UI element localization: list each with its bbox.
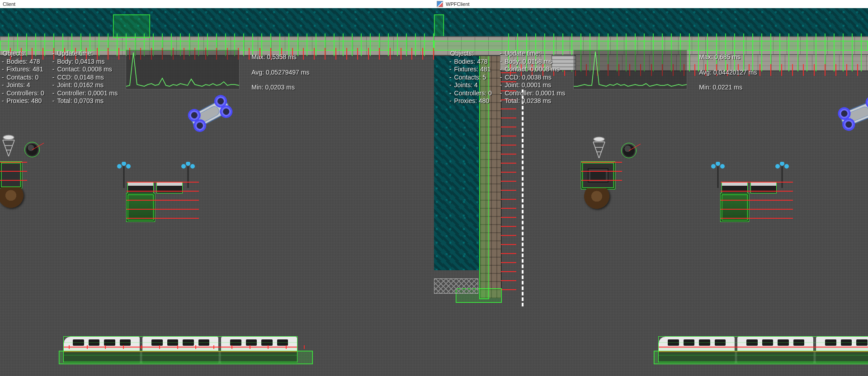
update-header: Update time:	[52, 50, 118, 58]
perf-max-r: Max: 0,685 ms	[699, 50, 757, 65]
contact-time-r: Contact: 0,0008 ms	[500, 66, 565, 74]
lamp-post-right-b	[775, 162, 789, 188]
ccd-time: CCD: 0,0148 ms	[52, 74, 118, 82]
bench-right-b	[750, 182, 777, 193]
debug-update-col: Update time: Body: 0,0413 ms Contact: 0,…	[52, 50, 118, 105]
fixtures-count: Fixtures: 481	[2, 66, 44, 74]
perf-min-r: Min: 0,0221 ms	[699, 80, 757, 95]
total-time: Total: 0,0703 ms	[52, 97, 118, 105]
lamp-post-left-b	[181, 162, 195, 188]
left-titlebar[interactable]: Client	[0, 0, 434, 9]
perf-graph-left	[126, 50, 240, 89]
player-car-right[interactable]	[838, 96, 868, 131]
building-left-top	[0, 162, 22, 188]
dashed-marker	[522, 89, 524, 306]
svg-point-16	[784, 164, 789, 169]
proxies-count-r: Proxies: 480	[449, 97, 492, 105]
svg-point-9	[594, 137, 604, 141]
perf-max: Max: 0,5358 ms	[251, 50, 309, 65]
svg-point-7	[190, 164, 195, 169]
player-character-left[interactable]	[26, 144, 38, 155]
track-left	[59, 351, 313, 364]
proxies-count: Proxies: 480	[2, 97, 44, 105]
debug-update-col-r: Update time: Body: 0,0158 ms Contact: 0,…	[500, 50, 565, 105]
right-viewport[interactable]: Objects: Bodies: 478 Fixtures: 481 Conta…	[434, 8, 868, 376]
controllers-count: Controllers: 0	[2, 89, 44, 98]
svg-point-17	[780, 162, 784, 166]
controllers-count-r: Controllers: 0	[449, 89, 492, 98]
body-time-r: Body: 0,0158 ms	[500, 58, 565, 66]
svg-point-2	[117, 164, 122, 169]
green-block-top	[113, 14, 150, 38]
left-viewport[interactable]: Objects: Bodies: 478 Fixtures: 481 Conta…	[0, 8, 434, 376]
water-top	[0, 8, 434, 36]
svg-point-0	[3, 135, 14, 140]
joints-count-r: Joints: 4	[449, 81, 492, 89]
joint-time: Joint: 0,0162 ms	[52, 81, 118, 89]
svg-point-6	[181, 164, 186, 169]
body-time: Body: 0,0413 ms	[52, 58, 118, 66]
green-collision-top	[0, 41, 434, 51]
svg-point-12	[720, 164, 725, 169]
dumpster-left	[127, 193, 155, 221]
green-block-tl	[434, 14, 444, 38]
contact-time: Contact: 0,0008 ms	[52, 66, 118, 74]
ccd-time-r: CCD: 0,0038 ms	[500, 74, 565, 82]
perf-stats-right: Max: 0,685 ms Avg: 0,04420127 ms Min: 0,…	[699, 50, 757, 105]
app-root: Client	[0, 0, 868, 376]
dumpster-right	[721, 193, 749, 221]
perf-avg: Avg: 0,05279497 ms	[251, 65, 309, 80]
water-top-r	[434, 8, 868, 36]
right-pane: WPFClient	[434, 0, 868, 376]
debug-overlay-left: Objects: Bodies: 478 Fixtures: 481 Conta…	[2, 50, 309, 105]
svg-point-8	[186, 162, 190, 166]
track-right	[654, 351, 868, 364]
fixtures-count-r: Fixtures: 481	[449, 66, 492, 74]
contacts-count: Contacts: 0	[2, 74, 44, 82]
contacts-count-r: Contacts: 5	[449, 74, 492, 82]
joints-count: Joints: 4	[2, 81, 44, 89]
bodies-count: Bodies: 478	[2, 58, 44, 66]
objects-header: Objects:	[2, 50, 44, 58]
building-inner	[588, 168, 609, 183]
tree-stump-left	[0, 187, 24, 208]
svg-point-4	[122, 162, 126, 166]
objects-header-r: Objects:	[449, 50, 492, 58]
joint-time-r: Joint: 0,0001 ms	[500, 81, 565, 89]
svg-point-15	[775, 164, 780, 169]
green-collision-top-r	[434, 41, 868, 51]
controller-time: Controller: 0,0001 ms	[52, 89, 118, 98]
controller-time-r: Controller: 0,0001 ms	[500, 89, 565, 98]
right-titlebar[interactable]: WPFClient	[434, 0, 868, 9]
bench-left-a	[127, 182, 154, 193]
svg-point-13	[716, 162, 720, 166]
update-header-r: Update time:	[500, 50, 565, 58]
antenna-r	[591, 136, 607, 158]
left-title-text: Client	[3, 1, 15, 7]
debug-objects-col-r: Objects: Bodies: 478 Fixtures: 481 Conta…	[449, 50, 492, 105]
svg-point-3	[126, 164, 131, 169]
bench-right-a	[722, 182, 748, 193]
bodies-count-r: Bodies: 478	[449, 58, 492, 66]
debug-overlay-right: Objects: Bodies: 478 Fixtures: 481 Conta…	[449, 50, 757, 105]
bench-left-b	[156, 182, 183, 193]
total-time-r: Total: 0,0238 ms	[500, 97, 565, 105]
player-character-right[interactable]	[623, 145, 635, 156]
window-icon	[437, 1, 443, 7]
perf-min: Min: 0,0203 ms	[251, 80, 309, 95]
left-pane: Client	[0, 0, 434, 376]
perf-avg-r: Avg: 0,04420127 ms	[699, 65, 757, 80]
chainlink-fence	[434, 278, 478, 294]
perf-stats-left: Max: 0,5358 ms Avg: 0,05279497 ms Min: 0…	[251, 50, 309, 105]
tree-stump-right	[584, 188, 609, 209]
right-title-text: WPFClient	[446, 1, 470, 7]
debug-objects-col: Objects: Bodies: 478 Fixtures: 481 Conta…	[2, 50, 44, 105]
svg-point-11	[711, 164, 716, 169]
perf-graph-right	[573, 50, 687, 89]
antenna	[1, 134, 16, 156]
